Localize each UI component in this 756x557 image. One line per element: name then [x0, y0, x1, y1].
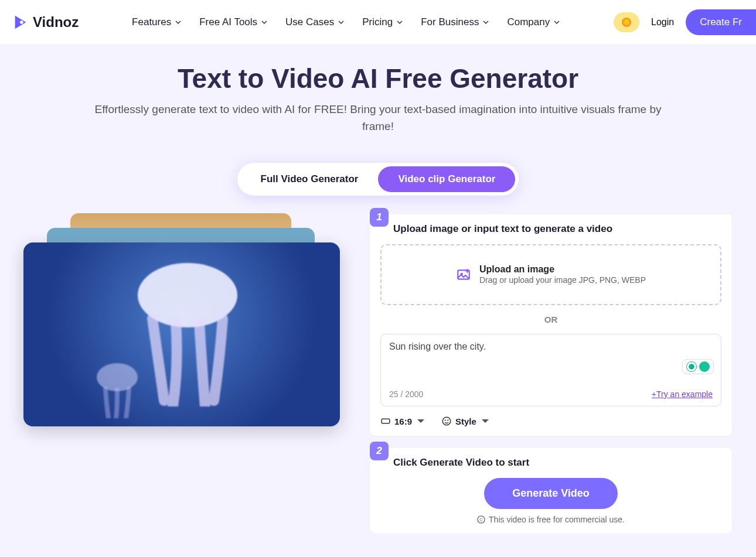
svg-point-9	[445, 419, 446, 421]
svg-text:C: C	[479, 517, 483, 522]
upload-hint: Drag or upload your image JPG, PNG, WEBP	[479, 275, 646, 285]
mode-tabs: Full Video Generator Video clip Generato…	[237, 163, 519, 196]
svg-point-10	[447, 419, 448, 421]
upload-title: Upload an image	[479, 264, 646, 275]
preview-stack	[23, 242, 340, 453]
char-count: 25 / 2000	[389, 389, 423, 399]
jellyfish-icon	[129, 254, 246, 406]
chevron-down-icon	[480, 416, 491, 426]
svg-rect-7	[382, 419, 390, 423]
tab-full-video[interactable]: Full Video Generator	[241, 166, 379, 192]
style-select[interactable]: Style	[441, 416, 491, 426]
chevron-down-icon	[175, 19, 182, 26]
nav-company[interactable]: Company	[507, 16, 560, 28]
step-2-title: Click Generate Video to start	[393, 457, 721, 469]
preview-card-front	[23, 242, 340, 426]
step-2-card: 2 Click Generate Video to start Generate…	[369, 447, 733, 534]
style-icon	[441, 416, 452, 426]
try-example-link[interactable]: +Try an example	[652, 389, 713, 399]
tabs-container: Full Video Generator Video clip Generato…	[0, 163, 756, 196]
grammarly-icon	[699, 361, 710, 372]
tab-video-clip[interactable]: Video clip Generator	[378, 166, 515, 192]
image-upload-icon	[456, 267, 471, 282]
prompt-box: Sun rising over the city. 25 / 2000 +Try…	[380, 334, 721, 406]
logo-icon	[12, 13, 29, 31]
step-1-title: Upload image or input text to generate a…	[393, 223, 721, 235]
main: 1 Upload image or input text to generate…	[12, 207, 744, 557]
options-row: 16:9 Style	[380, 416, 721, 426]
jellyfish-small-icon	[94, 360, 141, 418]
nav-free-tools[interactable]: Free AI Tools	[199, 16, 268, 28]
header-right: Login Create Fr	[614, 9, 744, 35]
extension-icon-1	[686, 361, 697, 372]
coin-icon	[621, 16, 632, 28]
nav-features[interactable]: Features	[132, 16, 182, 28]
prompt-input[interactable]: Sun rising over the city.	[389, 341, 713, 382]
chevron-down-icon	[416, 416, 426, 426]
commercial-info: C This video is free for commercial use.	[380, 515, 721, 524]
preview-column	[23, 213, 340, 453]
step-2-badge: 2	[370, 442, 389, 460]
credits-button[interactable]	[614, 12, 639, 32]
form-column: 1 Upload image or input text to generate…	[369, 213, 733, 545]
svg-point-2	[624, 19, 629, 25]
or-divider: OR	[535, 315, 567, 324]
create-free-button[interactable]: Create Fr	[686, 9, 756, 35]
logo[interactable]: Vidnoz	[12, 13, 79, 31]
extension-icons	[682, 359, 714, 374]
upload-text: Upload an image Drag or upload your imag…	[479, 264, 646, 285]
nav-use-cases[interactable]: Use Cases	[285, 16, 345, 28]
copyright-icon: C	[477, 515, 485, 524]
page-title: Text to Video AI Free Generator	[12, 63, 744, 94]
chevron-down-icon	[553, 19, 560, 26]
nav-pricing[interactable]: Pricing	[362, 16, 403, 28]
step-1-badge: 1	[370, 208, 389, 227]
chevron-down-icon	[482, 19, 489, 26]
aspect-ratio-select[interactable]: 16:9	[380, 416, 426, 426]
upload-box[interactable]: Upload an image Drag or upload your imag…	[380, 244, 721, 305]
aspect-ratio-icon	[380, 416, 391, 426]
chevron-down-icon	[396, 19, 403, 26]
svg-point-0	[20, 20, 23, 24]
step-1-card: 1 Upload image or input text to generate…	[369, 213, 733, 436]
svg-point-8	[442, 417, 451, 425]
generate-video-button[interactable]: Generate Video	[484, 478, 618, 509]
brand-name: Vidnoz	[33, 14, 79, 30]
login-link[interactable]: Login	[651, 17, 674, 28]
hero: Text to Video AI Free Generator Effortle…	[0, 45, 756, 146]
page-subtitle: Effortlessly generate text to video with…	[79, 101, 677, 135]
svg-point-4	[97, 363, 138, 391]
nav-business[interactable]: For Business	[421, 16, 489, 28]
nav: Features Free AI Tools Use Cases Pricing…	[132, 16, 560, 28]
chevron-down-icon	[261, 19, 268, 26]
prompt-footer: 25 / 2000 +Try an example	[389, 389, 713, 399]
chevron-down-icon	[338, 19, 345, 26]
header: Vidnoz Features Free AI Tools Use Cases …	[0, 0, 756, 45]
